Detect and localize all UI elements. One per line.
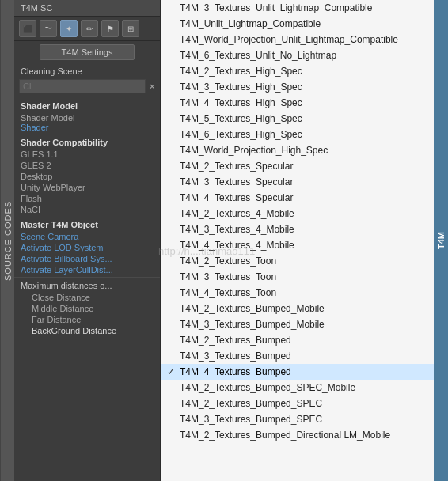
dropdown-item[interactable]: T4M_3_Textures_Unlit_Lightmap_Compatible [161, 0, 434, 16]
dropdown-item[interactable]: T4M_2_Textures_Specular [161, 158, 434, 174]
background-distance-item[interactable]: BackGround Distance [25, 325, 160, 336]
dropdown-item[interactable]: T4M_2_Textures_Bumped [161, 332, 434, 348]
dropdown-item[interactable]: T4M_4_Textures_4_Mobile [161, 237, 434, 253]
t4m-logo: T4M [434, 0, 448, 481]
unity-webplayer-item[interactable]: Unity WebPlayer [14, 182, 160, 193]
dropdown-item[interactable]: T4M_2_Textures_Bumped_SPEC [161, 396, 434, 411]
dropdown-item[interactable]: ✓T4M_4_Textures_Bumped [161, 364, 434, 380]
dropdown-item[interactable]: T4M_World_Projection_High_Spec [161, 142, 434, 158]
activate-billboard-item[interactable]: Activate Billboard Sys... [14, 253, 160, 264]
dropdown-item-text: T4M_2_Textures_Bumped_Mobile [180, 303, 427, 314]
dropdown-item[interactable]: T4M_2_Textures_4_Mobile [161, 206, 434, 222]
dropdown-item[interactable]: T4M_6_Textures_Unlit_No_Lightmap [161, 47, 434, 63]
flash-item[interactable]: Flash [14, 193, 160, 204]
dropdown-item[interactable]: T4M_3_Textures_High_Spec [161, 79, 434, 95]
dropdown-item[interactable]: T4M_World_Projection_Unlit_Lightmap_Comp… [161, 32, 434, 47]
dropdown-item-text: T4M_3_Textures_Bumped_Mobile [180, 319, 427, 330]
activate-layer-item[interactable]: Activate LayerCullDist... [14, 264, 160, 275]
search-clear-button[interactable]: ✕ [149, 82, 155, 91]
dropdown-item-text: T4M_2_Textures_Bumped_Directional LM_Mob… [180, 430, 427, 441]
shader-model-title: Shader Model [14, 97, 160, 112]
dropdown-item-text: T4M_4_Textures_Bumped [180, 366, 427, 377]
dropdown-item-text: T4M_3_Textures_Bumped_SPEC [180, 414, 427, 425]
dropdown-item-text: T4M_2_Textures_Bumped_SPEC_Mobile [180, 382, 427, 393]
middle-distance-item[interactable]: Middle Distance [25, 303, 160, 314]
right-panel: T4M_3_Textures_Unlit_Lightmap_Compatible… [161, 0, 434, 481]
dropdown-item-text: T4M_3_Textures_Unlit_Lightmap_Compatible [180, 2, 427, 13]
wrench-icon[interactable]: ✦ [60, 20, 78, 37]
lod-icon[interactable]: ⊞ [122, 20, 139, 37]
dropdown-item[interactable]: T4M_Unlit_Lightmap_Compatible [161, 16, 434, 32]
shader-model-row: Shader Model Shader [14, 112, 160, 133]
source-codes-tab[interactable]: SOURCE CODES [0, 0, 14, 481]
dropdown-item-text: T4M_3_Textures_Bumped [180, 350, 427, 362]
dropdown-item[interactable]: T4M_4_Textures_Specular [161, 190, 434, 206]
dropdown-item[interactable]: T4M_6_Textures_High_Spec [161, 127, 434, 142]
dropdown-item[interactable]: T4M_3_Textures_Toon [161, 269, 434, 285]
close-distance-item[interactable]: Close Distance [25, 292, 160, 303]
dropdown-item[interactable]: T4M_3_Textures_Specular [161, 174, 434, 190]
settings-button[interactable]: T4M Settings [40, 44, 135, 60]
left-panel: T4M SC ⬛ 〜 ✦ ✏ ⚑ ⊞ T4M Settings Cleaning… [14, 0, 161, 481]
master-t4m-title: Master T4M Object [14, 215, 160, 231]
dropdown-item-text: T4M_2_Textures_High_Spec [180, 66, 427, 77]
naci-item[interactable]: NaCI [14, 204, 160, 215]
shader-model-value[interactable]: Shader [21, 123, 154, 132]
shader-compat-title: Shader Compatibility [14, 133, 160, 149]
dropdown-item-text: T4M_6_Textures_High_Spec [180, 129, 427, 140]
dropdown-item-text: T4M_3_Textures_Toon [180, 271, 427, 282]
search-row: ✕ [14, 78, 160, 97]
far-distance-item[interactable]: Far Distance [25, 314, 160, 325]
dropdown-item[interactable]: T4M_3_Textures_Bumped_Mobile [161, 316, 434, 332]
dropdown-item[interactable]: T4M_2_Textures_High_Spec [161, 63, 434, 79]
toolbar-icons: ⬛ 〜 ✦ ✏ ⚑ ⊞ [14, 17, 160, 41]
search-input[interactable] [19, 79, 146, 93]
dropdown-item-text: T4M_Unlit_Lightmap_Compatible [180, 18, 427, 29]
dropdown-item-text: T4M_3_Textures_High_Spec [180, 81, 427, 93]
brush-icon[interactable]: ✏ [81, 20, 98, 37]
dropdown-item-text: T4M_World_Projection_Unlit_Lightmap_Comp… [180, 34, 427, 45]
dropdown-item-text: T4M_5_Textures_High_Spec [180, 113, 427, 124]
wave-icon[interactable]: 〜 [40, 20, 57, 37]
gles11-item[interactable]: GLES 1.1 [14, 149, 160, 160]
dropdown-item[interactable]: T4M_3_Textures_Bumped [161, 348, 434, 364]
dropdown-item[interactable]: T4M_5_Textures_High_Spec [161, 111, 434, 127]
max-distances-header: Maximum distances o... [14, 277, 160, 292]
dropdown-item-text: T4M_4_Textures_High_Spec [180, 97, 427, 108]
dropdown-item-text: T4M_2_Textures_Toon [180, 256, 427, 267]
terrain-icon[interactable]: ⬛ [19, 20, 36, 37]
flag-icon[interactable]: ⚑ [101, 20, 119, 37]
scene-camera-item[interactable]: Scene Camera [14, 231, 160, 242]
desktop-item[interactable]: Desktop [14, 171, 160, 182]
dropdown-item-text: T4M_World_Projection_High_Spec [180, 145, 427, 156]
title-bar: T4M SC [14, 0, 160, 17]
app-title: T4M SC [21, 3, 52, 13]
source-codes-label: SOURCE CODES [3, 200, 13, 280]
gles2-item[interactable]: GLES 2 [14, 160, 160, 171]
distance-items: Close Distance Middle Distance Far Dista… [14, 292, 160, 336]
left-content: Shader Model Shader Model Shader Shader … [14, 97, 160, 464]
check-mark-icon: ✓ [167, 366, 180, 377]
dropdown-item[interactable]: T4M_4_Textures_Toon [161, 285, 434, 301]
dropdown-item[interactable]: T4M_3_Textures_Bumped_SPEC [161, 411, 434, 427]
activate-lod-item[interactable]: Activate LOD System [14, 242, 160, 253]
dropdown-list[interactable]: T4M_3_Textures_Unlit_Lightmap_Compatible… [161, 0, 434, 481]
dropdown-item-text: T4M_2_Textures_Bumped_SPEC [180, 398, 427, 409]
dropdown-item[interactable]: T4M_2_Textures_Bumped_SPEC_Mobile [161, 380, 434, 396]
dropdown-item[interactable]: T4M_2_Textures_Bumped_Directional LM_Mob… [161, 427, 434, 443]
dropdown-item[interactable]: T4M_4_Textures_High_Spec [161, 95, 434, 111]
dropdown-item-text: T4M_3_Textures_Specular [180, 176, 427, 187]
dropdown-item-text: T4M_3_Textures_4_Mobile [180, 224, 427, 235]
shader-model-label: Shader Model [21, 113, 154, 123]
dropdown-item[interactable]: T4M_2_Textures_Toon [161, 253, 434, 269]
bottom-bar [14, 464, 160, 481]
cleaning-scene-label: Cleaning Scene [14, 63, 160, 78]
dropdown-item-text: T4M_4_Textures_4_Mobile [180, 240, 427, 251]
dropdown-item[interactable]: T4M_2_Textures_Bumped_Mobile [161, 301, 434, 316]
dropdown-item-text: T4M_2_Textures_Specular [180, 161, 427, 172]
dropdown-item-text: T4M_4_Textures_Toon [180, 287, 427, 298]
dropdown-item-text: T4M_2_Textures_4_Mobile [180, 208, 427, 219]
dropdown-item-text: T4M_2_Textures_Bumped [180, 335, 427, 346]
dropdown-item-text: T4M_4_Textures_Specular [180, 192, 427, 203]
dropdown-item[interactable]: T4M_3_Textures_4_Mobile [161, 222, 434, 237]
